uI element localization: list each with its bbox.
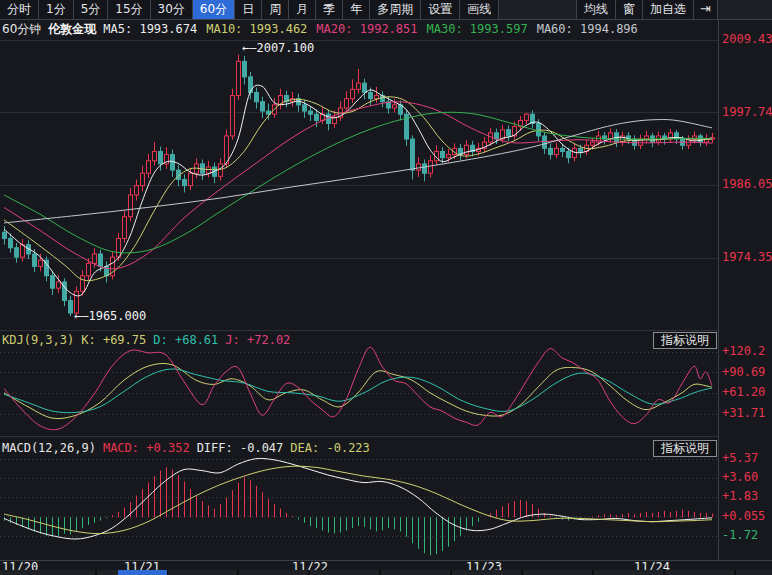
indicator-legend-item: MACD(12,26,9) bbox=[2, 441, 96, 455]
price-axis-label: +3.60 bbox=[722, 470, 758, 484]
toolbar-tab[interactable]: 画线 bbox=[459, 0, 499, 19]
kdj-legend: KDJ(9,3,3)K: +69.75D: +68.61J: +72.02 bbox=[2, 333, 290, 347]
ma-legend-item: MA30: 1993.597 bbox=[427, 22, 528, 36]
scrollbar-segment-divider bbox=[95, 570, 97, 575]
main-chart-legend: 60分钟 伦敦金现 MA5: 1993.674MA10: 1993.462MA2… bbox=[2, 21, 638, 38]
toolbar-tab[interactable]: 周 bbox=[261, 0, 289, 19]
toolbar-tab[interactable]: 30分 bbox=[150, 0, 193, 19]
price-axis-label: +90.69 bbox=[722, 365, 765, 379]
scrollbar-segment-divider bbox=[521, 570, 523, 575]
scrollbar-segment-divider bbox=[450, 570, 452, 575]
ma-legend-item: MA10: 1993.462 bbox=[206, 22, 307, 36]
price-axis-label: +61.20 bbox=[722, 385, 765, 399]
scrollbar-segment-divider bbox=[592, 570, 594, 575]
toolbar-tab[interactable]: 年 bbox=[342, 0, 370, 19]
scrollbar-segment-divider bbox=[663, 570, 665, 575]
scrollbar-segment-divider bbox=[379, 570, 381, 575]
scrollbar-segment-divider bbox=[308, 570, 310, 575]
ma-legend-item: MA60: 1994.896 bbox=[537, 22, 638, 36]
indicator-legend-item: DEA: -0.223 bbox=[290, 441, 369, 455]
price-axis-label: 1986.050 bbox=[722, 177, 772, 191]
ma-legend: MA5: 1993.674MA10: 1993.462MA20: 1992.85… bbox=[103, 22, 638, 36]
scrollbar-segment-divider bbox=[734, 570, 736, 575]
horizontal-scrollbar[interactable] bbox=[0, 570, 772, 575]
toolbar-button[interactable]: 均线 bbox=[576, 0, 616, 19]
expand-right-icon[interactable]: ⇥ bbox=[693, 0, 718, 19]
indicator-legend-item: J: +72.02 bbox=[225, 333, 290, 347]
price-axis-label: +120.2 bbox=[722, 344, 765, 358]
scrollbar-segment-divider bbox=[237, 570, 239, 575]
toolbar-tab[interactable]: 日 bbox=[234, 0, 262, 19]
indicator-legend-item: KDJ(9,3,3) bbox=[2, 333, 74, 347]
chart-app: { "toolbar": { "left_items": [ {"label":… bbox=[0, 0, 772, 575]
price-axis-label: 1997.744 bbox=[722, 105, 772, 119]
price-annotation: ←—1965.000 bbox=[74, 309, 146, 323]
ma-legend-item: MA20: 1992.851 bbox=[316, 22, 417, 36]
kdj-help-button[interactable]: 指标说明 bbox=[653, 332, 717, 349]
indicator-legend-item: D: +68.61 bbox=[153, 333, 218, 347]
price-axis-label: +0.055 bbox=[722, 509, 765, 523]
chart-surface[interactable] bbox=[0, 0, 772, 575]
indicator-legend-item: DIFF: -0.047 bbox=[197, 441, 284, 455]
toolbar-tab[interactable]: 多周期 bbox=[369, 0, 421, 19]
toolbar-right-group: 均线窗加自选⇥ bbox=[577, 0, 718, 19]
symbol-label: 伦敦金现 bbox=[48, 21, 96, 38]
indicator-legend-item: K: +69.75 bbox=[81, 333, 146, 347]
toolbar-tab[interactable]: 季 bbox=[315, 0, 343, 19]
price-axis-label: 1974.356 bbox=[722, 250, 772, 264]
toolbar-tab[interactable]: 5分 bbox=[73, 0, 109, 19]
toolbar-button[interactable]: 加自选 bbox=[642, 0, 694, 19]
price-annotation: ←—2007.100 bbox=[242, 41, 314, 55]
toolbar-button[interactable]: 窗 bbox=[615, 0, 643, 19]
macd-legend: MACD(12,26,9)MACD: +0.352DIFF: -0.047DEA… bbox=[2, 441, 370, 455]
price-axis-label: 2009.439 bbox=[722, 32, 772, 46]
toolbar-tab[interactable]: 月 bbox=[288, 0, 316, 19]
price-axis-label: +5.37 bbox=[722, 451, 758, 465]
toolbar-tab[interactable]: 分时 bbox=[0, 0, 39, 19]
indicator-legend-item: MACD: +0.352 bbox=[103, 441, 190, 455]
scrollbar-thumb[interactable] bbox=[118, 570, 167, 575]
period-label: 60分钟 bbox=[2, 21, 41, 38]
toolbar-tab[interactable]: 15分 bbox=[107, 0, 150, 19]
ma-legend-item: MA5: 1993.674 bbox=[103, 22, 197, 36]
toolbar: 分时1分5分15分30分60分日周月季年多周期设置画线 均线窗加自选⇥ bbox=[0, 0, 772, 20]
price-axis-label: +31.71 bbox=[722, 406, 765, 420]
toolbar-tab[interactable]: 1分 bbox=[38, 0, 74, 19]
period-tabs: 分时1分5分15分30分60分日周月季年多周期设置画线 bbox=[0, 0, 499, 19]
price-axis-label: -1.72 bbox=[722, 528, 758, 542]
toolbar-tab[interactable]: 60分 bbox=[192, 0, 235, 19]
macd-help-button[interactable]: 指标说明 bbox=[653, 440, 717, 457]
toolbar-tab[interactable]: 设置 bbox=[420, 0, 460, 19]
price-axis-label: +1.83 bbox=[722, 489, 758, 503]
